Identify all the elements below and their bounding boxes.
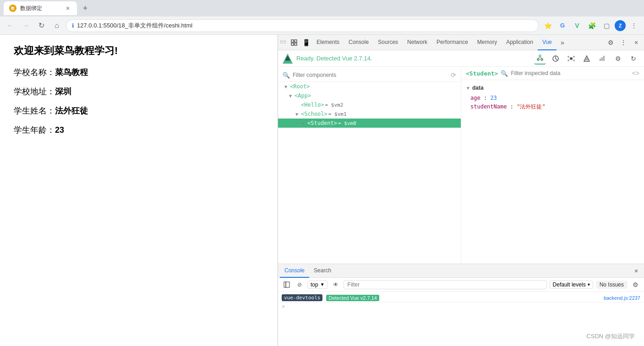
tab-performance[interactable]: Performance	[432, 35, 473, 50]
detected-vue-badge: Detected Vue v2.7.14	[326, 295, 379, 301]
inspector-header: <Student> 🔍 <>	[461, 67, 644, 80]
google-translate-icon[interactable]: G	[556, 19, 569, 32]
console-context-selector[interactable]: top ▼	[307, 281, 328, 289]
tree-tag: <App>	[295, 92, 311, 99]
school-label: 学校名称：	[14, 68, 55, 77]
console-clear-icon[interactable]: ⊘	[295, 280, 305, 290]
tree-var: = $vm0	[338, 120, 356, 126]
user-avatar[interactable]: Z	[615, 20, 626, 31]
vue-settings-icon[interactable]: ⚙	[612, 53, 624, 65]
tree-var: = $vm2	[325, 102, 344, 108]
tab-search-bottom[interactable]: Search	[309, 264, 336, 278]
tab-vue[interactable]: Vue	[538, 35, 557, 50]
address-text: 127.0.0.1:5500/18_非单文件组件/ceshi.html	[77, 22, 533, 30]
tree-item-root[interactable]: ▼ <Root>	[278, 82, 461, 91]
vue-router-icon[interactable]	[581, 53, 593, 65]
back-button[interactable]: ←	[4, 19, 16, 32]
tree-item-student[interactable]: ▼ <Student> = $vm0	[278, 119, 461, 128]
tab-application[interactable]: Application	[502, 35, 538, 50]
inspector-panel: <Student> 🔍 <> ▼ data age	[461, 67, 644, 264]
context-label: top	[311, 281, 318, 288]
refresh-button[interactable]: ↻	[35, 19, 48, 32]
default-levels-label: Default levels	[553, 281, 586, 288]
svg-point-6	[539, 55, 541, 57]
tree-item-app[interactable]: ▼ <App>	[278, 91, 461, 100]
nav-bar: ← → ↻ ⌂ ℹ 127.0.0.1:5500/18_非单文件组件/ceshi…	[0, 16, 644, 35]
vue-vuex-icon[interactable]	[565, 53, 577, 65]
extensions-icon[interactable]: 🧩	[585, 19, 598, 32]
context-arrow-icon: ▼	[320, 282, 325, 287]
console-sidebar-icon[interactable]	[282, 280, 292, 290]
svg-rect-23	[286, 282, 289, 287]
home-button[interactable]: ⌂	[50, 19, 63, 32]
tab-network[interactable]: Network	[403, 35, 432, 50]
console-log-item: vue-devtools Detected Vue v2.7.14 backen…	[278, 293, 644, 303]
active-tab[interactable]: 数 数据绑定 ×	[4, 1, 77, 15]
tree-search-icon: 🔍	[283, 72, 290, 79]
vue-toolbar: ⚙ ↻	[534, 53, 639, 65]
student-label: 学生姓名：	[14, 106, 55, 115]
devtools-more-tabs-icon[interactable]: »	[557, 37, 568, 49]
welcome-heading: 欢迎来到菜鸟教程学习!	[14, 44, 264, 58]
console-eye-icon[interactable]: 👁	[331, 280, 341, 290]
prop-value-age: 23	[490, 95, 497, 101]
svg-rect-21	[603, 56, 605, 61]
address-bar[interactable]: ℹ 127.0.0.1:5500/18_非单文件组件/ceshi.html	[66, 19, 539, 32]
tab-elements[interactable]: Elements	[312, 35, 344, 50]
filter-inspected-data-input[interactable]	[511, 70, 629, 76]
tree-arrow: ▼	[287, 93, 294, 98]
console-toolbar: ⊘ top ▼ 👁 Default levels ▾ No Issues ⚙	[278, 278, 644, 292]
vue-extension-icon[interactable]: V	[571, 19, 584, 32]
vue-component-tree-icon[interactable]	[534, 53, 546, 65]
inspector-component-name: <Student>	[466, 70, 498, 77]
console-source-link[interactable]: backend.js:2237	[604, 295, 640, 301]
tab-close-button[interactable]: ×	[64, 5, 71, 12]
student-name: 学生姓名：法外狂徒	[14, 105, 264, 116]
tree-tag: <Root>	[290, 83, 310, 90]
vue-refresh-icon[interactable]: ↻	[628, 53, 639, 65]
csdn-watermark: CSDN @知远同学	[586, 332, 635, 341]
tab-sources[interactable]: Sources	[373, 35, 403, 50]
tree-tag: <Student>	[307, 120, 337, 126]
chrome-menu-icon[interactable]: ⋮	[628, 19, 640, 32]
console-close-button[interactable]: ×	[630, 265, 642, 277]
filter-components-input[interactable]	[293, 72, 448, 78]
cast-icon[interactable]: ▢	[600, 19, 613, 32]
tab-memory[interactable]: Memory	[473, 35, 502, 50]
tab-console[interactable]: Console	[344, 35, 373, 50]
bookmark-icon[interactable]: ⭐	[541, 19, 554, 32]
svg-point-14	[573, 56, 575, 58]
console-expand-arrow[interactable]: >	[278, 303, 644, 311]
forward-button[interactable]: →	[19, 19, 32, 32]
new-tab-button[interactable]: +	[79, 2, 92, 15]
tree-item-school[interactable]: ▼ <School> = $vm1	[278, 109, 461, 119]
tab-console-bottom[interactable]: Console	[280, 264, 309, 278]
svg-rect-1	[295, 40, 297, 42]
tree-arrow: ▼	[283, 84, 289, 89]
no-issues-badge: No Issues	[596, 281, 628, 289]
devtools-device-icon[interactable]: 📱	[300, 37, 312, 49]
vue-performance-icon[interactable]	[596, 53, 608, 65]
devtools-close-icon[interactable]: ×	[630, 37, 642, 49]
devtools-panel: ⠿⠿ 📱 Elements Console Sources Network Pe…	[278, 35, 644, 346]
console-gear-icon[interactable]: ⚙	[630, 280, 640, 290]
school-address: 学校地址：深圳	[14, 86, 264, 97]
tree-item-hello[interactable]: <Hello> = $vm2	[278, 100, 461, 109]
prop-colon: :	[510, 103, 517, 110]
vue-history-icon[interactable]	[550, 53, 562, 65]
devtools-settings-icon[interactable]: ⚙	[605, 37, 617, 49]
svg-rect-19	[600, 59, 601, 61]
svg-line-9	[538, 57, 540, 59]
default-levels-selector[interactable]: Default levels ▾	[550, 281, 593, 289]
console-filter-input[interactable]	[344, 280, 547, 289]
vue-ready-text: Ready. Detected Vue 2.7.14.	[296, 55, 372, 62]
inspector-section-title: ▼ data	[466, 85, 639, 91]
svg-point-13	[568, 56, 569, 58]
devtools-menu-icon[interactable]: ⋮	[617, 37, 629, 49]
school-value: 菜鸟教程	[55, 68, 88, 77]
inspector-code-icon[interactable]: <>	[632, 70, 639, 77]
devtools-inspect-icon[interactable]	[288, 37, 300, 49]
tree-refresh-icon[interactable]: ⟳	[451, 71, 456, 79]
devtools-tab-bar: ⠿⠿ 📱 Elements Console Sources Network Pe…	[278, 35, 644, 50]
tree-tag: <School>	[301, 111, 327, 117]
